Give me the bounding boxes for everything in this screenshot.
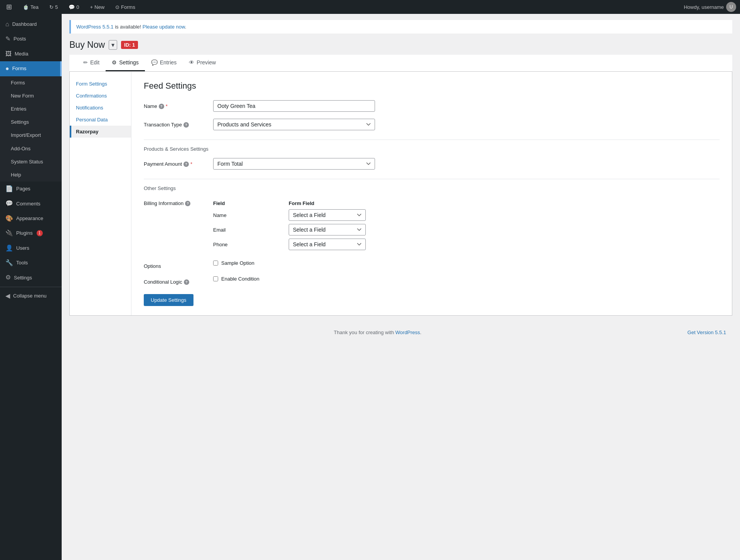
sidebar-item-posts[interactable]: ✎ Posts	[0, 32, 62, 46]
sidebar-item-tools[interactable]: 🔧 Tools	[0, 256, 62, 270]
sidebar-submenu-settings[interactable]: Settings	[0, 116, 62, 129]
site-name-item[interactable]: 🍵 Tea	[20, 0, 41, 14]
enable-condition-label[interactable]: Enable Condition	[221, 276, 259, 282]
billing-email-select[interactable]: Select a Field	[289, 224, 366, 235]
billing-email-select-wrap: Select a Field	[289, 224, 366, 235]
site-name: Tea	[30, 4, 39, 10]
wp-logo-item[interactable]: ⊞	[4, 0, 14, 14]
sidebar-submenu-entries[interactable]: Entries	[0, 103, 62, 116]
sidebar-item-users[interactable]: 👤 Users	[0, 241, 62, 256]
tab-preview[interactable]: 👁 Preview	[183, 55, 222, 71]
billing-info-label-text: Billing Information	[144, 200, 183, 206]
sidebar-submenu-forms-main[interactable]: Forms	[0, 76, 62, 89]
sidebar-item-dashboard[interactable]: ⌂ Dashboard	[0, 17, 62, 32]
settings-menu-form-settings[interactable]: Form Settings	[70, 78, 131, 90]
preview-tab-icon: 👁	[189, 59, 194, 66]
transaction-type-select[interactable]: Products and Services Donations Other	[213, 119, 375, 130]
sidebar-submenu-add-ons[interactable]: Add-Ons	[0, 142, 62, 155]
sidebar-item-plugins[interactable]: 🔌 Plugins 1	[0, 226, 62, 240]
footer-thank-you-text: Thank you for creating with	[334, 330, 395, 335]
sidebar: ⌂ Dashboard ✎ Posts 🖼 Media ● Forms Form…	[0, 14, 62, 560]
footer-get-version: Get Version 5.5.1	[688, 330, 726, 335]
settings-sidebar: Form Settings Confirmations Notification…	[70, 72, 131, 315]
update-now-link[interactable]: Please update now	[143, 24, 185, 30]
billing-name-select[interactable]: Select a Field	[289, 209, 366, 221]
new-item[interactable]: + New	[87, 0, 107, 14]
dashboard-icon: ⌂	[5, 20, 9, 29]
sidebar-submenu-import-export[interactable]: Import/Export	[0, 129, 62, 142]
sample-option-checkbox[interactable]	[213, 261, 218, 266]
billing-info-help-icon[interactable]: ?	[185, 201, 190, 206]
update-settings-section: Update Settings	[144, 294, 720, 306]
updates-item[interactable]: ↻ 5	[47, 0, 60, 14]
name-input[interactable]	[213, 100, 375, 112]
billing-phone-select[interactable]: Select a Field	[289, 239, 366, 250]
plugins-icon: 🔌	[5, 229, 13, 237]
sidebar-item-forms[interactable]: ● Forms	[0, 61, 62, 76]
title-dropdown-button[interactable]: ▾	[109, 40, 117, 50]
sidebar-item-media[interactable]: 🖼 Media	[0, 47, 62, 61]
content-header: WordPress 5.5.1 is available! Please upd…	[62, 14, 740, 72]
payment-amount-select[interactable]: Form Total Single Item	[213, 158, 375, 170]
options-label-text: Options	[144, 263, 161, 269]
sidebar-item-appearance[interactable]: 🎨 Appearance	[0, 211, 62, 226]
sidebar-divider	[0, 287, 62, 287]
tab-settings[interactable]: ⚙ Settings	[106, 55, 145, 71]
other-settings-heading: Other Settings	[144, 185, 720, 191]
conditional-logic-control: Enable Condition	[213, 276, 375, 282]
sample-option-label[interactable]: Sample Option	[221, 260, 254, 266]
forms-adminbar-icon: ⊙	[115, 4, 119, 10]
page-title-bar: Buy Now ▾ ID: 1	[69, 40, 732, 50]
transaction-type-help-icon[interactable]: ?	[183, 122, 189, 128]
update-version-link[interactable]: WordPress 5.5.1	[76, 24, 114, 30]
appearance-icon: 🎨	[5, 214, 13, 223]
tab-edit-label: Edit	[90, 59, 99, 66]
site-icon: 🍵	[23, 4, 29, 10]
footer-get-version-link[interactable]: Get Version 5.5.1	[688, 330, 726, 335]
footer-wordpress-link[interactable]: WordPress	[395, 330, 420, 335]
other-settings-divider	[144, 179, 720, 179]
submenu-system-status-label: System Status	[11, 158, 43, 165]
billing-email-field: Email	[213, 227, 283, 233]
conditional-logic-help-icon[interactable]: ?	[184, 279, 189, 285]
submenu-entries-label: Entries	[11, 106, 26, 113]
sidebar-label-tools: Tools	[16, 259, 28, 266]
payment-amount-control: Form Total Single Item	[213, 158, 375, 170]
transaction-type-control: Products and Services Donations Other	[213, 119, 375, 130]
tab-edit[interactable]: ✏ Edit	[77, 55, 106, 71]
forms-adminbar-item[interactable]: ⊙ Forms	[113, 0, 138, 14]
billing-row-phone: Phone Select a Field	[213, 239, 375, 250]
name-help-icon[interactable]: ?	[159, 104, 164, 109]
sidebar-item-settings[interactable]: ⚙ Settings	[0, 270, 62, 285]
site-footer: Thank you for creating with WordPress. G…	[62, 323, 740, 341]
sidebar-submenu-help[interactable]: Help	[0, 168, 62, 182]
submenu-help-label: Help	[11, 172, 21, 178]
forms-submenu: Forms New Form Entries Settings Import/E…	[0, 76, 62, 182]
sidebar-item-comments[interactable]: 💬 Comments	[0, 196, 62, 211]
sidebar-label-collapse: Collapse menu	[13, 293, 47, 299]
sidebar-submenu-new-form[interactable]: New Form	[0, 89, 62, 103]
comments-item[interactable]: 💬 0	[66, 0, 81, 14]
feed-settings-title: Feed Settings	[144, 81, 720, 91]
sidebar-label-media: Media	[15, 50, 28, 57]
settings-menu-confirmations[interactable]: Confirmations	[70, 90, 131, 102]
tab-entries[interactable]: 💬 Entries	[145, 55, 183, 71]
enable-condition-checkbox[interactable]	[213, 276, 218, 281]
settings-menu-notifications[interactable]: Notifications	[70, 102, 131, 114]
sidebar-submenu-system-status[interactable]: System Status	[0, 155, 62, 168]
sample-option-row: Sample Option	[213, 260, 375, 266]
enable-condition-row: Enable Condition	[213, 276, 375, 282]
settings-menu-personal-data[interactable]: Personal Data	[70, 114, 131, 126]
new-label: New	[94, 4, 104, 10]
updates-count: 5	[55, 4, 58, 10]
tabs-bar: ✏ Edit ⚙ Settings 💬 Entries 👁 Preview	[69, 55, 732, 72]
sidebar-label-pages: Pages	[16, 185, 30, 192]
payment-amount-required-star: *	[190, 161, 192, 167]
name-label-text: Name	[144, 103, 157, 109]
payment-amount-help-icon[interactable]: ?	[183, 161, 189, 167]
admin-bar-right: Howdy, username U	[684, 2, 736, 12]
sidebar-item-collapse[interactable]: ◀ Collapse menu	[0, 289, 62, 303]
settings-menu-razorpay[interactable]: Razorpay	[70, 126, 131, 138]
sidebar-item-pages[interactable]: 📄 Pages	[0, 182, 62, 196]
update-settings-button[interactable]: Update Settings	[144, 294, 193, 306]
